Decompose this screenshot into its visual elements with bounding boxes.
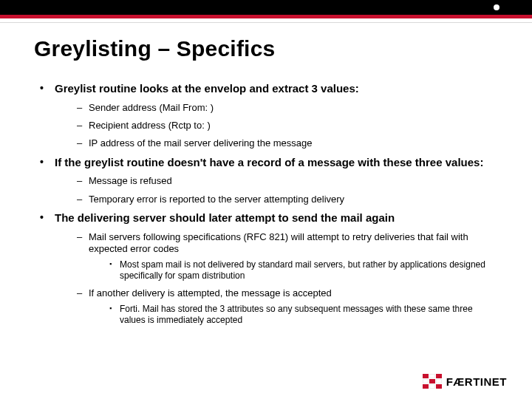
subsub-item: Forti. Mail has stored the 3 attributes … [109, 304, 498, 326]
logo-mark-icon [423, 374, 442, 389]
sub-item: Message is refused [77, 175, 498, 187]
subsub-item: Most spam mail is not delivered by stand… [109, 259, 498, 282]
bullet-item: Greylist routine looks at the envelop an… [37, 82, 498, 150]
sub-item: Sender address (Mail From: ) [77, 102, 498, 114]
sub-text: Temporary error is reported to the serve… [89, 194, 344, 205]
subsub-text: Forti. Mail has stored the 3 attributes … [120, 304, 473, 325]
logo-text: FÆRTINET [446, 375, 507, 388]
sub-item: Mail servers following specifications (R… [77, 231, 498, 282]
bullet-item: If the greylist routine doesn't have a r… [37, 156, 498, 205]
bullet-text: The delivering server should later attem… [55, 211, 395, 224]
sub-text: IP address of the mail server delivering… [89, 137, 313, 149]
header-black-bar [0, 0, 532, 15]
sub-list: Mail servers following specifications (R… [55, 231, 498, 327]
bullet-list: Greylist routine looks at the envelop an… [34, 82, 498, 326]
sub-item: If another delivery is attempted, the me… [77, 287, 498, 326]
sub-item: Temporary error is reported to the serve… [77, 194, 498, 205]
sub-item: Recipient address (Rctp to: ) [77, 120, 498, 132]
sub-list: Message is refused Temporary error is re… [55, 175, 498, 205]
sub-text: If another delivery is attempted, the me… [89, 287, 332, 299]
sub-list: Sender address (Mail From: ) Recipient a… [55, 102, 498, 150]
subsub-list: Forti. Mail has stored the 3 attributes … [89, 304, 498, 326]
sub-text: Sender address (Mail From: ) [89, 102, 214, 113]
brand-logo: FÆRTINET [423, 374, 507, 389]
sub-text: Recipient address (Rctp to: ) [89, 120, 211, 131]
subsub-list: Most spam mail is not delivered by stand… [89, 259, 498, 282]
bullet-item: The delivering server should later attem… [37, 211, 498, 327]
header-red-stripe [0, 15, 532, 18]
slide-title: Greylisting – Specifics [34, 36, 498, 61]
sub-text: Mail servers following specifications (R… [89, 231, 468, 254]
sub-item: IP address of the mail server delivering… [77, 137, 498, 149]
slide-body: Greylisting – Specifics Greylist routine… [0, 23, 532, 326]
bullet-text: Greylist routine looks at the envelop an… [55, 82, 359, 95]
subsub-text: Most spam mail is not delivered by stand… [120, 259, 485, 281]
bullet-text: If the greylist routine doesn't have a r… [55, 156, 483, 168]
sub-text: Message is refused [89, 175, 172, 186]
